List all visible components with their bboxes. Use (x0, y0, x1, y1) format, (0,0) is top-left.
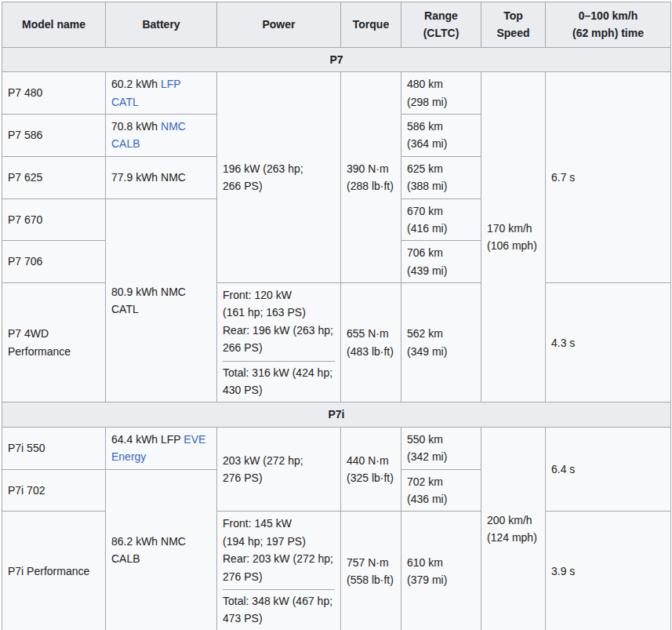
battery-cell: 64.4 kWh LFP EVEEnergy (106, 427, 217, 469)
col-header-top_speed: TopSpeed (481, 2, 546, 48)
model-cell: P7 625 (2, 156, 106, 198)
col-header-range: Range(CLTC) (401, 2, 481, 48)
table-row: P7 48060.2 kWh LFP CATL196 kW (263 hp;26… (2, 72, 671, 115)
model-cell: P7 670 (2, 198, 106, 241)
range-text: 702 km(436 mi) (407, 475, 447, 505)
accel-text: 4.3 s (551, 337, 575, 349)
top_speed-cell: 170 km/h(106 mph) (481, 72, 546, 402)
model-text: P7i Performance (8, 565, 89, 577)
range-text: 480 km(298 mi) (407, 78, 447, 107)
battery-cell: 80.9 kWh NMCCATL (106, 198, 217, 402)
power-cell: Front: 120 kW(161 hp; 163 PS)Rear: 196 k… (217, 283, 341, 402)
torque-text: 390 N·m(288 lb·ft) (347, 162, 394, 192)
range-cell: 562 km(349 mi) (401, 283, 481, 402)
accel-cell: 4.3 s (546, 283, 671, 402)
accel-cell: 6.7 s (546, 72, 671, 283)
table-row: P7i PerformanceFront: 145 kW(194 hp; 197… (2, 512, 671, 630)
range-text: 670 km(416 mi) (407, 205, 447, 235)
section-title: P7i (2, 402, 671, 427)
model-text: P7 586 (8, 129, 42, 141)
model-text: P7 670 (8, 213, 42, 226)
range-cell: 702 km(436 mi) (401, 469, 481, 512)
table-row: P7 4WDPerformanceFront: 120 kW(161 hp; 1… (2, 283, 671, 402)
top_speed-text: 200 km/h(124 mph) (487, 514, 537, 544)
col-header-accel: 0–100 km/h(62 mph) time (546, 2, 671, 48)
battery-cell: 70.8 kWh NMCCALB (106, 114, 217, 156)
power-total: Total: 348 kW (467 hp;473 PS) (223, 589, 335, 628)
power-text: 203 kW (272 hp;276 PS) (223, 454, 303, 484)
range-cell: 706 km(439 mi) (401, 241, 481, 283)
torque-text: 757 N·m(558 lb·ft) (347, 556, 394, 586)
top_speed-text: 170 km/h(106 mph) (487, 222, 537, 252)
model-cell: P7 480 (2, 72, 106, 115)
battery-text: 64.4 kWh LFP (111, 433, 183, 446)
table-row: P7i 55064.4 kWh LFP EVEEnergy203 kW (272… (2, 427, 671, 469)
power-main: Front: 120 kW(161 hp; 163 PS)Rear: 196 k… (223, 286, 335, 357)
power-main: Front: 145 kW(194 hp; 197 PS)Rear: 203 k… (223, 515, 335, 585)
col-header-model: Model name (2, 2, 106, 48)
section-title: P7 (2, 47, 671, 71)
accel-text: 6.7 s (551, 171, 575, 184)
model-cell: P7i Performance (2, 512, 106, 630)
torque-cell: 655 N·m(483 lb·ft) (341, 283, 401, 402)
section-row: P7i (2, 402, 671, 427)
power-cell: Front: 145 kW(194 hp; 197 PS)Rear: 203 k… (217, 512, 341, 630)
battery-text: 86.2 kWh NMCCALB (111, 535, 186, 565)
model-cell: P7i 702 (2, 469, 106, 512)
section-row: P7 (2, 47, 671, 71)
accel-cell: 3.9 s (546, 512, 671, 630)
power-cell: 196 kW (263 hp;266 PS) (217, 72, 341, 283)
accel-text: 6.4 s (551, 463, 575, 475)
accel-cell: 6.4 s (546, 427, 671, 512)
header-row: Model nameBatteryPowerTorqueRange(CLTC)T… (2, 2, 671, 48)
battery-cell: 60.2 kWh LFP CATL (106, 72, 217, 115)
range-cell: 625 km(388 mi) (401, 156, 481, 198)
torque-cell: 390 N·m(288 lb·ft) (341, 72, 401, 283)
battery-text: 60.2 kWh (111, 78, 161, 90)
torque-text: 655 N·m(483 lb·ft) (347, 327, 394, 357)
specs-table: Model nameBatteryPowerTorqueRange(CLTC)T… (2, 2, 671, 630)
power-cell: 203 kW (272 hp;276 PS) (217, 427, 341, 512)
model-cell: P7 4WDPerformance (2, 283, 106, 402)
range-cell: 550 km(342 mi) (401, 427, 481, 469)
torque-cell: 440 N·m(325 lb·ft) (341, 427, 401, 512)
col-header-torque: Torque (341, 2, 401, 48)
top_speed-cell: 200 km/h(124 mph) (481, 427, 546, 630)
model-text: P7 4WDPerformance (8, 327, 71, 357)
torque-text: 440 N·m(325 lb·ft) (347, 454, 394, 484)
model-text: P7i 550 (8, 442, 45, 454)
model-cell: P7i 550 (2, 427, 106, 469)
torque-cell: 757 N·m(558 lb·ft) (341, 512, 401, 630)
model-text: P7 706 (8, 255, 42, 268)
power-text: 196 kW (263 hp;266 PS) (223, 162, 303, 192)
range-cell: 610 km(379 mi) (401, 512, 481, 630)
battery-cell: 86.2 kWh NMCCALB (106, 469, 217, 630)
range-cell: 480 km(298 mi) (401, 72, 481, 115)
battery-cell: 77.9 kWh NMC (106, 156, 217, 198)
range-text: 610 km(379 mi) (407, 556, 447, 586)
range-cell: 586 km(364 mi) (401, 114, 481, 156)
table-body: P7P7 48060.2 kWh LFP CATL196 kW (263 hp;… (2, 47, 671, 630)
range-text: 562 km(349 mi) (407, 327, 447, 357)
range-text: 586 km(364 mi) (407, 120, 447, 150)
accel-text: 3.9 s (551, 565, 575, 577)
col-header-power: Power (217, 2, 341, 48)
battery-text: 80.9 kWh NMCCATL (111, 286, 186, 315)
model-text: P7 625 (8, 171, 42, 184)
range-text: 550 km(342 mi) (407, 433, 447, 463)
model-text: P7i 702 (8, 484, 45, 497)
power-total: Total: 316 kW (424 hp;430 PS) (223, 361, 335, 399)
range-text: 706 km(439 mi) (407, 246, 447, 276)
battery-text: 70.8 kWh (111, 120, 161, 133)
range-cell: 670 km(416 mi) (401, 198, 481, 241)
model-text: P7 480 (8, 86, 42, 99)
col-header-battery: Battery (106, 2, 217, 48)
range-text: 625 km(388 mi) (407, 162, 447, 192)
model-cell: P7 586 (2, 114, 106, 156)
battery-text: 77.9 kWh NMC (111, 171, 186, 184)
model-cell: P7 706 (2, 241, 106, 283)
